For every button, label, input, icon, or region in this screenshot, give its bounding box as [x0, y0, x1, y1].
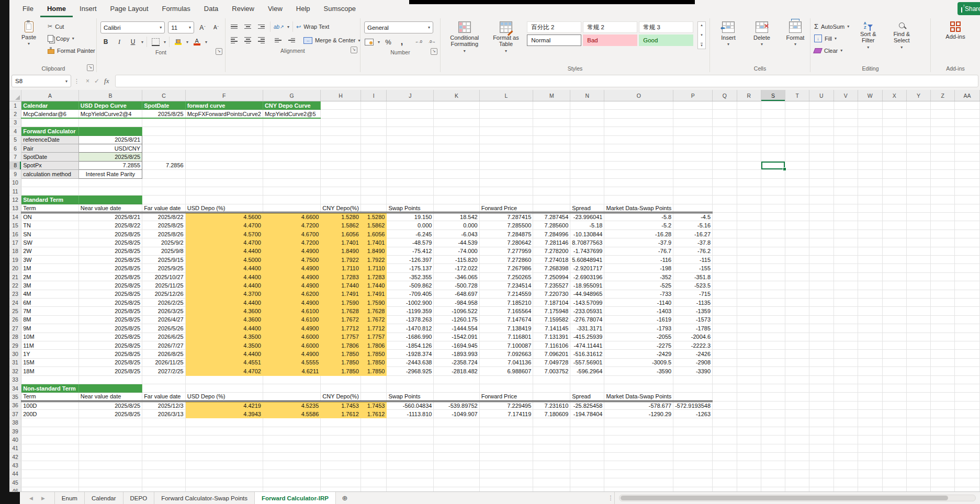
- cell-M22[interactable]: 7.235527: [533, 281, 570, 290]
- select-all-corner[interactable]: [9, 90, 21, 101]
- cell-A43[interactable]: [21, 461, 78, 469]
- cell-W17[interactable]: [858, 238, 882, 247]
- cell-Q43[interactable]: [713, 461, 737, 469]
- cell-H3[interactable]: [321, 118, 361, 127]
- cell-T40[interactable]: [785, 436, 809, 444]
- decrease-indent-button[interactable]: [273, 36, 284, 45]
- row-header-28[interactable]: 28: [9, 333, 21, 341]
- cell-R25[interactable]: [737, 307, 761, 315]
- ribbon-tab-view[interactable]: View: [261, 0, 289, 17]
- cell-W12[interactable]: [858, 196, 882, 204]
- cell-M19[interactable]: 7.274018: [533, 256, 570, 264]
- cell-L30[interactable]: 7.092663: [479, 350, 533, 358]
- cell-R5[interactable]: [737, 135, 761, 144]
- cell-W14[interactable]: [858, 213, 882, 221]
- cell-J42[interactable]: [387, 453, 434, 461]
- cell-Q18[interactable]: [713, 247, 737, 255]
- cell-A11[interactable]: [21, 187, 78, 195]
- cell-H5[interactable]: [321, 135, 361, 144]
- cell-R20[interactable]: [737, 264, 761, 272]
- cell-I8[interactable]: [361, 161, 387, 169]
- cell-X5[interactable]: [882, 135, 906, 144]
- cell-P17[interactable]: -37.8: [673, 238, 713, 247]
- cell-Z22[interactable]: [931, 281, 955, 290]
- cell-H41[interactable]: [321, 444, 361, 452]
- cell-U24[interactable]: [809, 298, 833, 306]
- cell-L21[interactable]: 7.250265: [479, 272, 533, 281]
- font-dialog-launcher-icon[interactable]: ↘: [216, 48, 222, 55]
- row-header-2[interactable]: 2: [9, 110, 21, 118]
- cell-U25[interactable]: [809, 307, 833, 315]
- cell-Y11[interactable]: [906, 187, 930, 195]
- cell-P14[interactable]: -4.5: [673, 213, 713, 221]
- cell-R45[interactable]: [737, 478, 761, 487]
- cell-J17[interactable]: -48.579: [387, 238, 434, 247]
- cell-M6[interactable]: [533, 144, 570, 152]
- cell-A31[interactable]: 15M: [21, 358, 78, 366]
- cell-F38[interactable]: [185, 418, 263, 427]
- cell-B38[interactable]: [78, 418, 142, 427]
- cell-P35[interactable]: [673, 393, 713, 401]
- row-header-22[interactable]: 22: [9, 281, 21, 290]
- cell-X17[interactable]: [882, 238, 906, 247]
- cell-Z16[interactable]: [931, 230, 955, 238]
- row-header-14[interactable]: 14: [9, 213, 21, 221]
- cell-M16[interactable]: 7.284996: [533, 230, 570, 238]
- cell-G38[interactable]: [263, 418, 320, 427]
- cell-C20[interactable]: 2025/9/25: [142, 264, 186, 272]
- wrap-text-button[interactable]: ↩ Wrap Text: [296, 22, 329, 32]
- cell-A35[interactable]: Term: [21, 393, 78, 401]
- cell-F27[interactable]: 4.4400: [185, 324, 263, 333]
- cell-L35[interactable]: Forward Price: [479, 393, 533, 401]
- cell-N12[interactable]: [570, 196, 604, 204]
- cell-J13[interactable]: Swap Points: [387, 204, 434, 212]
- cell-C4[interactable]: [142, 127, 186, 135]
- cell-Z13[interactable]: [931, 204, 955, 212]
- cell-R18[interactable]: [737, 247, 761, 255]
- cell-T2[interactable]: [785, 110, 809, 118]
- cell-W2[interactable]: [858, 110, 882, 118]
- cell-Q37[interactable]: [713, 410, 737, 418]
- cell-V12[interactable]: [833, 196, 858, 204]
- cell-G4[interactable]: [263, 127, 320, 135]
- row-header-38[interactable]: 38: [9, 418, 21, 427]
- cell-O23[interactable]: -733: [604, 290, 673, 298]
- cell-P18[interactable]: -76.2: [673, 247, 713, 255]
- col-header-F[interactable]: F: [185, 90, 263, 101]
- cell-I10[interactable]: [361, 178, 387, 187]
- cell-Y18[interactable]: [906, 247, 930, 255]
- cell-Y9[interactable]: [906, 170, 930, 178]
- cell-B18[interactable]: 2025/8/25: [78, 247, 142, 255]
- col-header-Y[interactable]: Y: [906, 90, 930, 101]
- row-header-18[interactable]: 18: [9, 247, 21, 255]
- align-center-button[interactable]: [243, 36, 253, 45]
- paste-button[interactable]: Paste ▾: [14, 20, 43, 48]
- decrease-font-button[interactable]: Aˇ: [211, 22, 221, 32]
- cell-X2[interactable]: [882, 110, 906, 118]
- cell-X3[interactable]: [882, 118, 906, 127]
- cell-O29[interactable]: -2275: [604, 341, 673, 349]
- cell-Z8[interactable]: [931, 161, 955, 169]
- cell-C28[interactable]: 2026/6/25: [142, 333, 186, 341]
- cell-style-good[interactable]: Good: [639, 35, 693, 46]
- cell-R31[interactable]: [737, 358, 761, 366]
- cell-G15[interactable]: 4.7200: [263, 221, 320, 230]
- font-color-button[interactable]: A: [192, 37, 202, 47]
- cell-L4[interactable]: [479, 127, 533, 135]
- cell-C37[interactable]: 2026/3/13: [142, 410, 186, 418]
- cell-S39[interactable]: [761, 427, 785, 435]
- cell-K27[interactable]: -1444.554: [434, 324, 479, 333]
- cell-X19[interactable]: [882, 256, 906, 264]
- cell-Y21[interactable]: [906, 272, 930, 281]
- cell-S45[interactable]: [761, 478, 785, 487]
- cell-N32[interactable]: -596.2964: [570, 367, 604, 375]
- decrease-decimal-button[interactable]: .0→: [427, 37, 437, 47]
- cell-Q22[interactable]: [713, 281, 737, 290]
- cell-C8[interactable]: 7.2856: [142, 161, 186, 169]
- cell-N20[interactable]: -2.9201717: [570, 264, 604, 272]
- cell-J45[interactable]: [387, 478, 434, 487]
- cell-N11[interactable]: [570, 187, 604, 195]
- cell-J35[interactable]: Swap Points: [387, 393, 434, 401]
- cell-V25[interactable]: [833, 307, 858, 315]
- cell-Y31[interactable]: [906, 358, 930, 366]
